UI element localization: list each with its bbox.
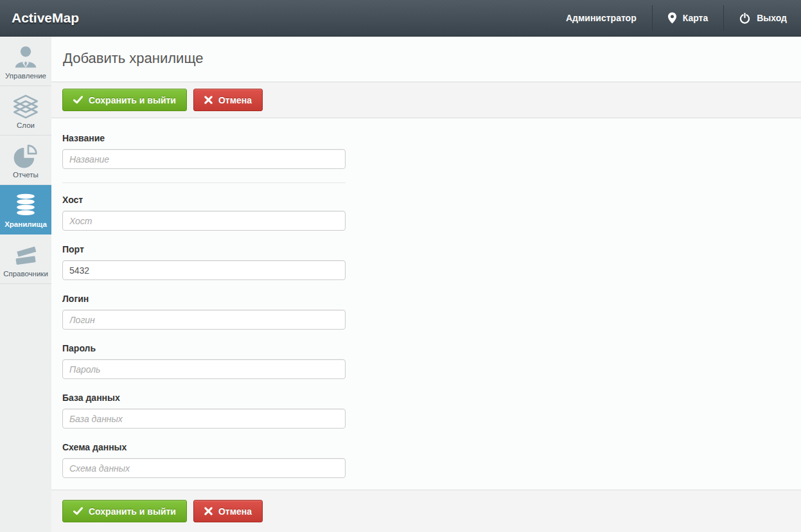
storage-form: Название Хост Порт Логин Пароль	[51, 118, 801, 490]
field-port: Порт	[62, 244, 346, 280]
database-input[interactable]	[62, 409, 346, 429]
field-label: База данных	[62, 393, 346, 403]
x-icon	[204, 96, 213, 104]
x-icon	[204, 507, 213, 515]
topbar-map-label: Карта	[683, 13, 709, 23]
page-header: Добавить хранилище	[51, 37, 801, 82]
cancel-button-label: Отмена	[218, 506, 252, 517]
check-icon	[73, 96, 83, 104]
field-login: Логин	[62, 294, 346, 330]
sidebar-item-label: Хранилища	[4, 220, 47, 228]
sidebar-item-layers[interactable]: Слои	[0, 86, 51, 136]
pie-chart-icon	[12, 143, 39, 169]
main-layout: Управление Слои Отчеты	[0, 37, 801, 532]
login-input[interactable]	[62, 310, 346, 330]
sidebar-item-reports[interactable]: Отчеты	[0, 136, 51, 185]
check-icon	[73, 507, 83, 515]
field-label: Пароль	[62, 343, 346, 353]
field-divider	[62, 182, 346, 183]
database-icon	[12, 193, 39, 218]
app-logo[interactable]: ActiveMap	[12, 10, 79, 26]
topbar-logout-link[interactable]: Выход	[724, 0, 795, 36]
topbar-logout-label: Выход	[757, 13, 787, 23]
sidebar-item-label: Слои	[17, 121, 35, 129]
bottom-action-toolbar: Сохранить и выйти Отмена	[51, 490, 801, 532]
field-password: Пароль	[62, 343, 346, 379]
topbar-map-link[interactable]: Карта	[653, 0, 724, 36]
field-label: Логин	[62, 294, 346, 304]
user-icon	[13, 44, 39, 70]
layers-icon	[12, 94, 39, 120]
host-input[interactable]	[62, 211, 346, 231]
cancel-button[interactable]: Отмена	[193, 89, 263, 111]
port-input[interactable]	[62, 260, 346, 280]
map-pin-icon	[668, 12, 676, 24]
topbar: ActiveMap Администратор Карта Выход	[0, 0, 801, 37]
books-icon	[12, 242, 39, 268]
topbar-user[interactable]: Администратор	[550, 0, 652, 36]
name-input[interactable]	[62, 149, 346, 169]
field-label: Название	[62, 133, 346, 143]
schema-input[interactable]	[62, 458, 346, 478]
cancel-button[interactable]: Отмена	[193, 500, 263, 522]
password-input[interactable]	[62, 359, 346, 379]
sidebar-item-management[interactable]: Управление	[0, 37, 51, 86]
field-name: Название	[62, 133, 346, 169]
field-label: Схема данных	[62, 442, 346, 452]
save-button-label: Сохранить и выйти	[89, 95, 176, 105]
save-and-exit-button[interactable]: Сохранить и выйти	[62, 89, 187, 111]
page-title: Добавить хранилище	[63, 50, 801, 67]
sidebar-item-storages[interactable]: Хранилища	[0, 185, 51, 235]
save-and-exit-button[interactable]: Сохранить и выйти	[62, 500, 187, 522]
field-schema: Схема данных	[62, 442, 346, 478]
sidebar-item-label: Управление	[5, 72, 46, 80]
top-action-toolbar: Сохранить и выйти Отмена	[51, 82, 801, 118]
sidebar-item-label: Справочники	[3, 270, 48, 278]
field-label: Порт	[62, 244, 346, 254]
field-label: Хост	[62, 195, 346, 205]
sidebar-item-directories[interactable]: Справочники	[0, 235, 51, 284]
sidebar: Управление Слои Отчеты	[0, 37, 51, 532]
content-area: Добавить хранилище Сохранить и выйти Отм…	[51, 37, 801, 532]
topbar-user-label: Администратор	[566, 13, 637, 23]
field-database: База данных	[62, 393, 346, 429]
sidebar-item-label: Отчеты	[13, 171, 39, 179]
cancel-button-label: Отмена	[218, 95, 252, 105]
topbar-right: Администратор Карта Выход	[550, 0, 795, 36]
power-icon	[739, 13, 750, 24]
field-host: Хост	[62, 195, 346, 231]
save-button-label: Сохранить и выйти	[89, 506, 176, 517]
